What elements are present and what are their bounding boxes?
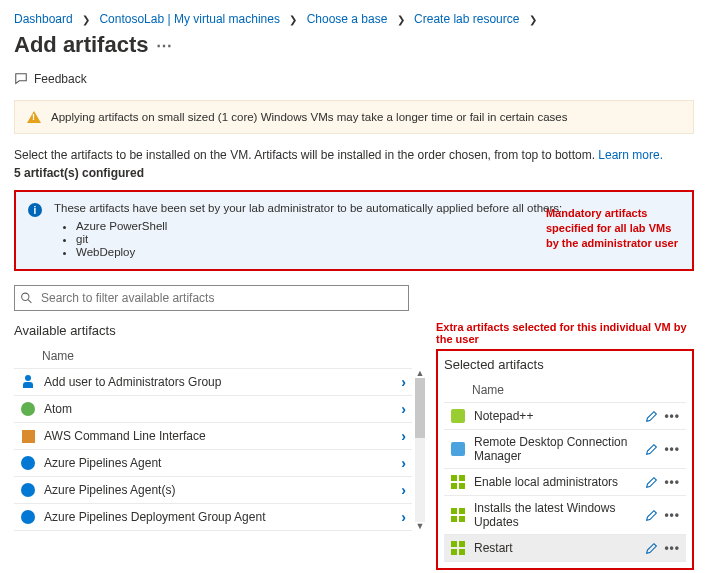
grid-icon [450,540,466,556]
azure-icon [20,509,36,525]
search-input[interactable] [14,285,409,311]
row-tools: ••• [645,508,680,522]
selected-callout: Extra artifacts selected for this indivi… [436,321,694,345]
available-artifacts-panel: Available artifacts Name ▲ ▼ Add user to… [14,321,412,531]
breadcrumb: Dashboard ❯ ContosoLab | My virtual mach… [14,12,694,26]
artifact-label: AWS Command Line Interface [44,429,401,443]
selected-title: Selected artifacts [444,357,686,372]
artifact-label: Atom [44,402,401,416]
artifact-label: Enable local administrators [474,475,645,489]
edit-icon[interactable] [645,509,658,522]
available-row[interactable]: Azure Pipelines Agent› [14,450,412,477]
search-icon [20,292,33,305]
selected-row[interactable]: Restart••• [444,535,686,562]
warning-text: Applying artifacts on small sized (1 cor… [51,111,567,123]
more-icon[interactable]: ••• [664,442,680,456]
feedback-link[interactable]: Feedback [14,72,694,86]
available-row[interactable]: Azure Pipelines Deployment Group Agent› [14,504,412,531]
available-col-name[interactable]: Name [14,344,412,369]
available-title: Available artifacts [14,323,412,338]
scroll-up-icon[interactable]: ▲ [416,369,425,378]
azure-icon [20,455,36,471]
feedback-label: Feedback [34,72,87,86]
edit-icon[interactable] [645,443,658,456]
chevron-right-icon: ❯ [529,14,537,25]
configured-count: 5 artifact(s) configured [14,166,694,180]
more-icon[interactable]: ••• [664,541,680,555]
available-row[interactable]: AWS Command Line Interface› [14,423,412,450]
crumb-create-resource[interactable]: Create lab resource [414,12,519,26]
more-icon[interactable]: ⋯ [156,36,173,55]
scroll-thumb[interactable] [415,378,425,438]
warning-banner: Applying artifacts on small sized (1 cor… [14,100,694,134]
chevron-right-icon: ❯ [82,14,90,25]
chevron-right-icon: › [401,428,406,444]
search-box[interactable] [14,285,409,311]
warning-icon [27,111,41,123]
chevron-right-icon: › [401,401,406,417]
chevron-right-icon: ❯ [289,14,297,25]
available-row[interactable]: Azure Pipelines Agent(s)› [14,477,412,504]
selected-artifacts-panel: Selected artifacts Name Notepad++•••Remo… [436,349,694,570]
artifact-label: Restart [474,541,645,555]
crumb-choose-base[interactable]: Choose a base [307,12,388,26]
person-icon [20,374,36,390]
page-title: Add artifacts ⋯ [14,32,694,58]
selected-col-name[interactable]: Name [444,378,686,403]
selected-row[interactable]: Notepad++••• [444,403,686,430]
grid-icon [450,474,466,490]
feedback-icon [14,72,28,86]
artifact-label: Remote Desktop Connection Manager [474,435,645,463]
svg-line-1 [28,300,31,303]
row-tools: ••• [645,541,680,555]
instruction-text: Select the artifacts to be installed on … [14,148,694,162]
row-tools: ••• [645,409,680,423]
more-icon[interactable]: ••• [664,508,680,522]
crumb-lab[interactable]: ContosoLab | My virtual machines [99,12,280,26]
selected-row[interactable]: Installs the latest Windows Updates••• [444,496,686,535]
rdcm-icon [450,441,466,457]
azure-icon [20,482,36,498]
chevron-right-icon: › [401,482,406,498]
artifact-label: Add user to Administrators Group [44,375,401,389]
chevron-right-icon: ❯ [397,14,405,25]
artifact-label: Azure Pipelines Deployment Group Agent [44,510,401,524]
more-icon[interactable]: ••• [664,409,680,423]
chevron-right-icon: › [401,374,406,390]
row-tools: ••• [645,475,680,489]
chevron-right-icon: › [401,509,406,525]
crumb-dashboard[interactable]: Dashboard [14,12,73,26]
scroll-down-icon[interactable]: ▼ [416,522,425,531]
scrollbar[interactable]: ▲ ▼ [414,369,426,531]
notepad-icon [450,408,466,424]
available-row[interactable]: Add user to Administrators Group› [14,369,412,396]
selected-list: Notepad++•••Remote Desktop Connection Ma… [444,403,686,562]
artifact-label: Installs the latest Windows Updates [474,501,645,529]
artifact-label: Azure Pipelines Agent [44,456,401,470]
selected-row[interactable]: Remote Desktop Connection Manager••• [444,430,686,469]
mandatory-artifacts-box: i These artifacts have been set by your … [14,190,694,271]
info-icon: i [28,203,42,217]
mandatory-callout: Mandatory artifacts specified for all la… [546,206,678,251]
selected-row[interactable]: Enable local administrators••• [444,469,686,496]
more-icon[interactable]: ••• [664,475,680,489]
artifact-label: Notepad++ [474,409,645,423]
row-tools: ••• [645,442,680,456]
learn-more-link[interactable]: Learn more. [598,148,663,162]
edit-icon[interactable] [645,476,658,489]
artifact-label: Azure Pipelines Agent(s) [44,483,401,497]
svg-point-0 [22,293,29,300]
edit-icon[interactable] [645,542,658,555]
chevron-right-icon: › [401,455,406,471]
atom-icon [20,401,36,417]
available-row[interactable]: Atom› [14,396,412,423]
box-icon [20,428,36,444]
grid-icon [450,507,466,523]
edit-icon[interactable] [645,410,658,423]
available-list: ▲ ▼ Add user to Administrators Group›Ato… [14,369,412,531]
